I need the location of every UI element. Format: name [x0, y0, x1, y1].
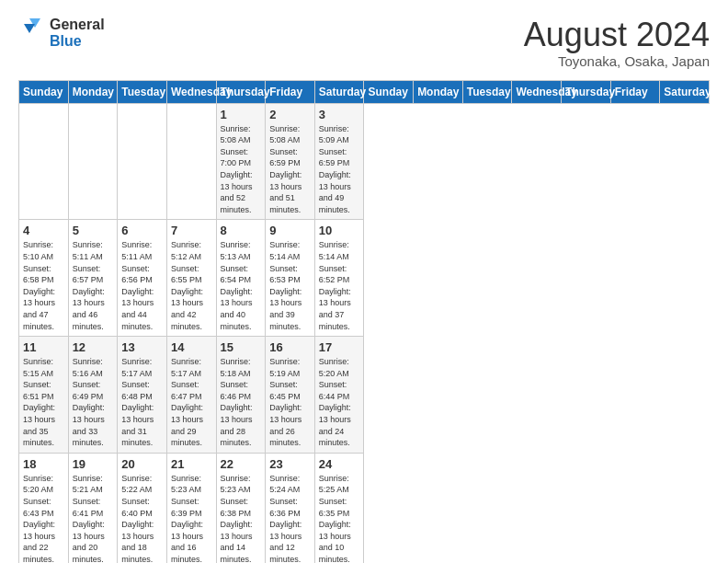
cell-text: Sunset: 6:53 PM	[269, 263, 311, 286]
cell-text: Sunset: 6:45 PM	[269, 379, 311, 402]
cell-text: and 16 minutes.	[171, 542, 212, 563]
cell-text: Sunrise: 5:09 AM	[319, 123, 360, 146]
cell-text: Sunrise: 5:10 AM	[23, 239, 64, 262]
calendar-cell: 10Sunrise: 5:14 AMSunset: 6:52 PMDayligh…	[314, 220, 364, 337]
cell-text: Sunset: 6:51 PM	[23, 379, 64, 402]
cell-text: and 10 minutes.	[319, 542, 360, 563]
calendar-cell: 2Sunrise: 5:08 AMSunset: 6:59 PMDaylight…	[266, 103, 315, 220]
cell-text: Daylight: 13 hours	[269, 519, 311, 542]
calendar-cell: 6Sunrise: 5:11 AMSunset: 6:56 PMDaylight…	[118, 220, 167, 337]
cell-text: Daylight: 13 hours	[73, 402, 114, 425]
calendar-cell: 14Sunrise: 5:17 AMSunset: 6:47 PMDayligh…	[166, 337, 216, 454]
cell-text: Sunrise: 5:23 AM	[171, 473, 212, 496]
calendar-cell: 18Sunrise: 5:20 AMSunset: 6:43 PMDayligh…	[19, 453, 69, 563]
day-number: 19	[73, 457, 114, 471]
cell-text: Daylight: 13 hours	[221, 169, 262, 192]
cell-text: Sunrise: 5:12 AM	[171, 239, 212, 262]
cell-text: and 47 minutes.	[23, 309, 64, 332]
cell-text: Daylight: 13 hours	[73, 519, 114, 542]
header-cell-thursday: Thursday	[216, 80, 266, 103]
header-cell-saturday: Saturday	[314, 80, 364, 103]
cell-text: and 51 minutes.	[269, 192, 311, 215]
cell-text: Sunrise: 5:22 AM	[121, 473, 163, 496]
day-number: 18	[23, 457, 64, 471]
calendar-cell: 3Sunrise: 5:09 AMSunset: 6:59 PMDaylight…	[314, 103, 364, 220]
cell-text: and 12 minutes.	[269, 542, 311, 563]
cell-text: Sunset: 6:47 PM	[171, 379, 212, 402]
cell-text: Daylight: 13 hours	[269, 402, 311, 425]
cell-text: Sunset: 6:48 PM	[121, 379, 163, 402]
cell-text: and 24 minutes.	[319, 426, 360, 449]
cell-text: Sunset: 6:58 PM	[23, 263, 64, 286]
page: GeneralBlue August 2024 Toyonaka, Osaka,…	[0, 0, 728, 563]
cell-text: and 26 minutes.	[269, 426, 311, 449]
header-cell-sunday: Sunday	[19, 80, 69, 103]
cell-text: Sunset: 6:49 PM	[73, 379, 114, 402]
calendar-cell: 11Sunrise: 5:15 AMSunset: 6:51 PMDayligh…	[19, 337, 69, 454]
cell-text: Sunset: 6:36 PM	[269, 496, 311, 519]
cell-text: Sunset: 6:54 PM	[221, 263, 262, 286]
cell-text: Sunrise: 5:23 AM	[221, 473, 262, 496]
cell-text: and 37 minutes.	[319, 309, 360, 332]
cell-text: Daylight: 13 hours	[23, 402, 64, 425]
cell-text: and 35 minutes.	[23, 426, 64, 449]
day-number: 4	[23, 224, 64, 237]
cell-text: and 29 minutes.	[171, 426, 212, 449]
cell-text: Daylight: 13 hours	[319, 519, 360, 542]
calendar-cell: 9Sunrise: 5:14 AMSunset: 6:53 PMDaylight…	[266, 220, 315, 337]
header-cell-monday: Monday	[414, 80, 463, 103]
cell-text: and 14 minutes.	[221, 542, 262, 563]
calendar-cell: 16Sunrise: 5:19 AMSunset: 6:45 PMDayligh…	[266, 337, 315, 454]
calendar-cell	[68, 103, 118, 220]
calendar-cell: 12Sunrise: 5:16 AMSunset: 6:49 PMDayligh…	[68, 337, 118, 454]
cell-text: Sunrise: 5:16 AM	[73, 356, 114, 379]
day-number: 15	[221, 340, 262, 354]
cell-text: Daylight: 13 hours	[269, 169, 311, 192]
cell-text: Daylight: 13 hours	[171, 519, 212, 542]
day-number: 1	[221, 108, 262, 121]
cell-text: Sunset: 6:57 PM	[73, 263, 114, 286]
calendar-cell: 22Sunrise: 5:23 AMSunset: 6:38 PMDayligh…	[216, 453, 266, 563]
cell-text: and 31 minutes.	[121, 426, 163, 449]
cell-text: Sunrise: 5:08 AM	[269, 123, 311, 146]
month-title: August 2024	[524, 17, 710, 53]
logo-svg-icon	[18, 17, 46, 50]
cell-text: Daylight: 13 hours	[269, 286, 311, 309]
calendar-cell: 17Sunrise: 5:20 AMSunset: 6:44 PMDayligh…	[314, 337, 364, 454]
day-number: 22	[221, 457, 262, 471]
day-number: 16	[269, 340, 311, 354]
cell-text: Daylight: 13 hours	[121, 519, 163, 542]
calendar-table: SundayMondayTuesdayWednesdayThursdayFrid…	[18, 80, 710, 563]
cell-text: Daylight: 13 hours	[121, 402, 163, 425]
cell-text: and 20 minutes.	[73, 542, 114, 563]
logo-general: General	[50, 17, 105, 33]
day-number: 24	[319, 457, 360, 471]
cell-text: and 18 minutes.	[121, 542, 163, 563]
calendar-cell: 15Sunrise: 5:18 AMSunset: 6:46 PMDayligh…	[216, 337, 266, 454]
header-cell-tuesday: Tuesday	[462, 80, 512, 103]
header-cell-friday: Friday	[266, 80, 315, 103]
cell-text: Daylight: 13 hours	[319, 402, 360, 425]
header-cell-thursday: Thursday	[562, 80, 611, 103]
svg-marker-1	[24, 24, 35, 33]
calendar-week-row: 1Sunrise: 5:08 AMSunset: 7:00 PMDaylight…	[19, 103, 710, 220]
cell-text: Sunrise: 5:21 AM	[73, 473, 114, 496]
cell-text: Sunset: 6:40 PM	[121, 496, 163, 519]
day-number: 9	[269, 224, 311, 237]
cell-text: Sunset: 6:55 PM	[171, 263, 212, 286]
cell-text: Sunset: 6:38 PM	[221, 496, 262, 519]
header-cell-wednesday: Wednesday	[166, 80, 216, 103]
calendar-cell	[118, 103, 167, 220]
logo-blue: Blue	[50, 33, 105, 50]
cell-text: Sunset: 6:59 PM	[269, 146, 311, 169]
cell-text: Sunset: 7:00 PM	[221, 146, 262, 169]
calendar-cell: 5Sunrise: 5:11 AMSunset: 6:57 PMDaylight…	[68, 220, 118, 337]
cell-text: Sunrise: 5:11 AM	[121, 239, 163, 262]
day-number: 11	[23, 340, 64, 354]
cell-text: Daylight: 13 hours	[23, 519, 64, 542]
day-number: 17	[319, 340, 360, 354]
cell-text: Sunset: 6:46 PM	[221, 379, 262, 402]
cell-text: Sunrise: 5:14 AM	[319, 239, 360, 262]
calendar-cell: 23Sunrise: 5:24 AMSunset: 6:36 PMDayligh…	[266, 453, 315, 563]
cell-text: Sunset: 6:39 PM	[171, 496, 212, 519]
